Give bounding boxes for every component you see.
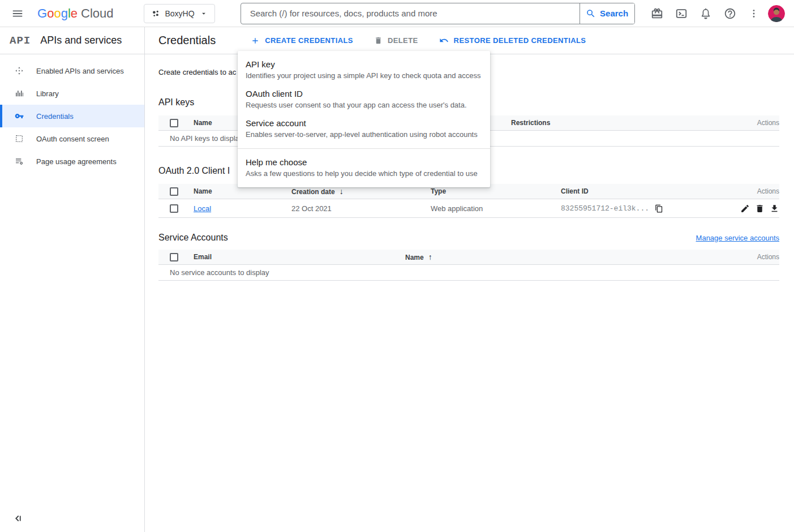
client-name-link[interactable]: Local xyxy=(194,204,211,213)
topbar-icon-group xyxy=(651,7,759,20)
project-name: BoxyHQ xyxy=(165,9,195,18)
column-header-name[interactable]: Name↑ xyxy=(405,252,740,261)
menu-item-title: OAuth client ID xyxy=(246,88,482,100)
page-usage-icon xyxy=(15,157,24,166)
enabled-apis-icon xyxy=(15,66,24,75)
column-header-email[interactable]: Email xyxy=(194,253,405,261)
menu-item-description: Asks a few questions to help you decide … xyxy=(246,168,482,179)
key-icon xyxy=(15,111,24,121)
name-label: Name xyxy=(405,254,424,261)
project-switcher-button[interactable]: BoxyHQ xyxy=(144,4,215,23)
sidebar-title: APIs and services xyxy=(40,35,122,46)
menu-item-title: Service account xyxy=(246,118,482,129)
google-cloud-logo[interactable]: Google Cloud xyxy=(37,6,114,21)
logo-letter: o xyxy=(47,6,54,21)
sort-desc-icon[interactable]: ↓ xyxy=(340,187,344,196)
logo-letter: G xyxy=(37,6,47,21)
sidebar-nav: Enabled APIs and services Library Creden… xyxy=(0,54,144,173)
service-accounts-header-row: Service Accounts Manage service accounts xyxy=(158,233,779,243)
logo-letter: o xyxy=(54,6,61,21)
library-icon xyxy=(15,89,24,98)
api-logo-icon: API xyxy=(10,35,31,47)
menu-item-title: Help me choose xyxy=(246,157,482,168)
menu-item-description: Requests user consent so that your app c… xyxy=(246,100,482,110)
manage-service-accounts-link[interactable]: Manage service accounts xyxy=(696,234,779,242)
column-header-type: Type xyxy=(431,187,561,195)
search-input[interactable] xyxy=(241,3,580,24)
select-all-checkbox[interactable] xyxy=(170,187,178,196)
row-actions xyxy=(740,204,779,213)
header-checkbox-cell xyxy=(158,187,194,196)
sidebar-item-credentials[interactable]: Credentials xyxy=(0,105,144,127)
global-search: Search xyxy=(241,3,635,24)
more-vert-icon[interactable] xyxy=(748,8,759,19)
sidebar-item-enabled-apis[interactable]: Enabled APIs and services xyxy=(0,59,144,82)
sidebar-item-oauth-consent[interactable]: OAuth consent screen xyxy=(0,127,144,150)
delete-icon[interactable] xyxy=(755,204,765,213)
page-header: Credentials CREATE CREDENTIALS DELETE xyxy=(145,27,794,54)
sidebar-item-label: Credentials xyxy=(36,112,74,121)
edit-icon[interactable] xyxy=(740,204,750,213)
header-checkbox-cell xyxy=(158,119,194,127)
column-header-name[interactable]: Name xyxy=(194,187,291,195)
copy-icon[interactable] xyxy=(654,204,663,213)
sidebar-item-library[interactable]: Library xyxy=(0,82,144,105)
sidebar-header: API APIs and services xyxy=(0,27,144,54)
menu-item-oauth-client-id[interactable]: OAuth client ID Requests user consent so… xyxy=(238,85,490,114)
sidebar-item-label: Enabled APIs and services xyxy=(36,67,124,75)
service-accounts-table: Email Name↑ Actions No service accounts … xyxy=(158,250,779,281)
oauth-clients-table: Name Creation date↓ Type Client ID Actio… xyxy=(158,184,779,218)
undo-icon xyxy=(439,36,449,45)
sidebar-item-page-usage[interactable]: Page usage agreements xyxy=(0,150,144,173)
sidebar-item-label: OAuth consent screen xyxy=(36,135,109,143)
row-checkbox[interactable] xyxy=(170,204,178,213)
column-header-actions: Actions xyxy=(740,253,779,261)
service-accounts-table-header: Email Name↑ Actions xyxy=(158,250,779,265)
trash-icon xyxy=(374,36,383,45)
column-header-creation-date[interactable]: Creation date↓ xyxy=(291,187,431,196)
cloud-shell-icon[interactable] xyxy=(675,7,688,20)
menu-item-api-key[interactable]: API key Identifies your project using a … xyxy=(238,55,490,85)
creation-date-label: Creation date xyxy=(291,188,335,196)
plus-icon xyxy=(251,36,260,45)
top-app-bar: Google Cloud BoxyHQ Search xyxy=(0,0,794,27)
menu-item-service-account[interactable]: Service account Enables server-to-server… xyxy=(238,114,490,144)
select-all-checkbox[interactable] xyxy=(170,119,178,127)
sidebar: API APIs and services Enabled APIs and s… xyxy=(0,27,145,532)
header-checkbox-cell xyxy=(158,253,194,261)
collapse-sidebar-button[interactable] xyxy=(12,513,24,524)
search-icon xyxy=(586,8,596,19)
download-icon[interactable] xyxy=(770,204,779,213)
create-credentials-menu: API key Identifies your project using a … xyxy=(238,51,490,187)
help-icon[interactable] xyxy=(724,7,736,20)
search-button[interactable]: Search xyxy=(580,3,634,24)
create-credentials-button[interactable]: CREATE CREDENTIALS xyxy=(251,36,353,45)
menu-item-help-me-choose[interactable]: Help me choose Asks a few questions to h… xyxy=(238,153,490,183)
column-header-restrictions: Restrictions xyxy=(511,119,740,127)
table-row: Local 22 Oct 2021 Web application 832559… xyxy=(158,199,779,218)
sort-asc-icon[interactable]: ↑ xyxy=(428,252,432,261)
menu-icon[interactable] xyxy=(10,6,25,22)
restore-deleted-credentials-button[interactable]: RESTORE DELETED CREDENTIALS xyxy=(439,36,586,45)
notifications-icon[interactable] xyxy=(699,7,712,20)
sidebar-item-label: Library xyxy=(36,89,59,98)
logo-cloud-text: Cloud xyxy=(81,6,113,21)
column-header-actions: Actions xyxy=(740,187,779,195)
restore-label: RESTORE DELETED CREDENTIALS xyxy=(454,36,586,45)
sidebar-item-label: Page usage agreements xyxy=(36,157,117,166)
menu-item-title: API key xyxy=(246,59,482,70)
oauth-consent-icon xyxy=(15,134,24,143)
menu-item-description: Identifies your project using a simple A… xyxy=(246,70,482,81)
avatar[interactable] xyxy=(768,5,785,22)
delete-button[interactable]: DELETE xyxy=(374,36,418,45)
search-button-label: Search xyxy=(600,8,628,18)
gift-icon[interactable] xyxy=(651,7,663,20)
client-type: Web application xyxy=(431,204,561,213)
logo-letter: g xyxy=(61,6,68,21)
column-header-client-id: Client ID xyxy=(561,187,740,195)
select-all-checkbox[interactable] xyxy=(170,253,178,261)
client-creation-date: 22 Oct 2021 xyxy=(291,204,431,213)
page-actions: CREATE CREDENTIALS DELETE RESTORE DELETE… xyxy=(251,36,586,45)
create-credentials-label: CREATE CREDENTIALS xyxy=(265,36,353,45)
service-accounts-heading: Service Accounts xyxy=(158,233,228,243)
